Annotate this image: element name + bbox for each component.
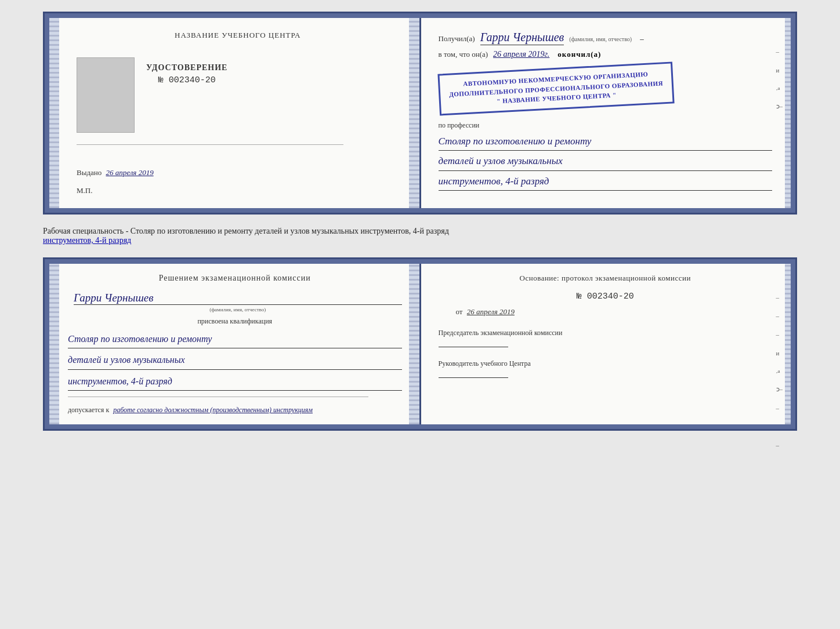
- description-text: Рабочая специальность - Столяр по изгото…: [43, 227, 449, 235]
- bottom-right-dashes: – – – и ‚а ↄ– – – –: [776, 294, 783, 449]
- bottom-left-page: Решением экзаменационной комиссии Гарри …: [45, 259, 421, 429]
- ot-date-block: от 26 апреля 2019: [439, 307, 773, 317]
- protocol-number: № 002340-20: [439, 292, 773, 301]
- predsedatel-label: Председатель экзаменационной комиссии: [439, 328, 773, 338]
- right-spine-top: [785, 13, 795, 213]
- profession-line2-top: деталей и узлов музыкальных: [439, 152, 773, 171]
- right-dashes: – и ‚а ↄ–: [776, 48, 783, 110]
- profession-bottom-line3: инструментов, 4-й разряд: [68, 373, 402, 391]
- resheniem-title: Решением экзаменационной комиссии: [68, 274, 402, 283]
- vtom-prefix: в том, что он(а): [439, 50, 488, 59]
- bottom-right-page: Основание: протокол экзаменационной коми…: [421, 259, 796, 429]
- rukovoditel-block: Руководитель учебного Центра: [439, 359, 773, 378]
- bottom-left-spine: [409, 259, 419, 429]
- fio-hint-bottom: (фамилия, имя, отчество): [74, 307, 402, 312]
- bottom-certificate: Решением экзаменационной комиссии Гарри …: [43, 257, 797, 431]
- profession-line1-top: Столяр по изготовлению и ремонту: [439, 133, 773, 151]
- photo-placeholder: [77, 57, 135, 133]
- mp-label: М.П.: [77, 186, 92, 195]
- dopuskaetsya-text: работе согласно должностным (производств…: [113, 406, 313, 414]
- osnovanie-title: Основание: протокол экзаменационной коми…: [439, 274, 773, 283]
- certificate-number-top: № 002340-20: [146, 75, 227, 85]
- dopuskaetsya-prefix: допускается к: [68, 406, 109, 414]
- top-right-page: Получил(а) Гарри Чернышев (фамилия, имя,…: [421, 13, 796, 213]
- separator-bottom: [68, 397, 368, 397]
- profession-block-top: Столяр по изготовлению и ремонту деталей…: [439, 133, 773, 191]
- rukovoditel-signature-line: [439, 377, 508, 378]
- poluchil-prefix: Получил(а): [439, 34, 475, 43]
- prisvoyena-label: присвоена квалификация: [68, 317, 402, 326]
- predsedatel-signature-line: [439, 347, 508, 347]
- dopuskaetsya-block: допускается к работе согласно должностны…: [68, 406, 402, 415]
- vydano-date: 26 апреля 2019: [106, 168, 154, 177]
- protocol-number-block: № 002340-20: [439, 292, 773, 301]
- vtom-block: в том, что он(а) 26 апреля 2019г. окончи…: [439, 49, 773, 59]
- predsedatel-block: Председатель экзаменационной комиссии: [439, 328, 773, 347]
- description-underline: инструментов, 4-й разряд: [43, 236, 131, 245]
- profession-bottom-line2: деталей и узлов музыкальных: [68, 351, 402, 369]
- recipient-name-top: Гарри Чернышев: [480, 31, 564, 45]
- profession-block-bottom: Столяр по изготовлению и ремонту деталей…: [68, 330, 402, 391]
- description-main: Рабочая специальность - Столяр по изгото…: [43, 227, 449, 235]
- top-left-page: НАЗВАНИЕ УЧЕБНОГО ЦЕНТРА УДОСТОВЕРЕНИЕ №…: [45, 13, 421, 213]
- description-line: Рабочая специальность - Столяр по изгото…: [43, 224, 797, 248]
- po-professii-label: по профессии: [439, 121, 773, 130]
- profession-line3-top: инструментов, 4-й разряд: [439, 173, 773, 191]
- bottom-right-spine: [785, 259, 795, 429]
- spine-decoration: [409, 13, 419, 213]
- person-block-bottom: Гарри Чернышев (фамилия, имя, отчество): [74, 292, 402, 312]
- po-professii-block: по профессии Столяр по изготовлению и ре…: [439, 121, 773, 191]
- poluchil-block: Получил(а) Гарри Чернышев (фамилия, имя,…: [439, 31, 773, 44]
- fio-hint-top: (фамилия, имя, отчество): [569, 36, 632, 42]
- top-certificate: НАЗВАНИЕ УЧЕБНОГО ЦЕНТРА УДОСТОВЕРЕНИЕ №…: [43, 12, 797, 214]
- stamp: АВТОНОМНУЮ НЕКОММЕРЧЕСКУЮ ОРГАНИЗАЦИЮ ДО…: [437, 61, 674, 115]
- center-title: НАЗВАНИЕ УЧЕБНОГО ЦЕНТРА: [77, 31, 399, 40]
- udostoverenie-label: УДОСТОВЕРЕНИЕ: [146, 63, 227, 72]
- vydano-label: Выдано: [77, 168, 102, 177]
- profession-bottom-line1: Столяр по изготовлению и ремонту: [68, 330, 402, 348]
- okonchil-label: окончил(а): [557, 50, 601, 59]
- rukovoditel-label: Руководитель учебного Центра: [439, 359, 773, 369]
- ot-date: от 26 апреля 2019: [439, 307, 773, 317]
- vtom-date: 26 апреля 2019г.: [493, 50, 549, 59]
- person-name-bottom: Гарри Чернышев: [74, 292, 402, 305]
